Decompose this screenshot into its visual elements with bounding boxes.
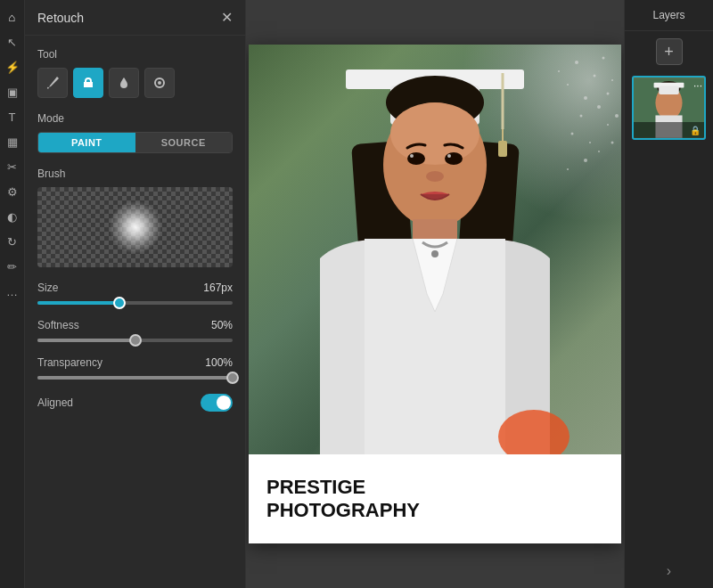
layers-header-title: Layers — [625, 0, 713, 31]
mode-toggle: PAINT SOURCE — [37, 132, 233, 153]
tool-row — [37, 68, 233, 98]
softness-slider-track[interactable] — [37, 339, 233, 342]
smear-tool-btn[interactable] — [144, 68, 175, 98]
aligned-label: Aligned — [37, 396, 73, 409]
scissors-icon[interactable]: ✂ — [3, 157, 22, 176]
photo-area — [249, 45, 621, 454]
layer-dots-menu[interactable]: ··· — [693, 79, 702, 92]
settings-icon[interactable]: ⚙ — [3, 182, 22, 201]
brush-section: Brush — [37, 167, 233, 267]
expand-panel-chevron[interactable]: › — [667, 563, 671, 579]
aligned-toggle[interactable] — [201, 394, 233, 412]
transparency-value: 100% — [205, 356, 233, 369]
softness-slider-fill — [37, 339, 135, 342]
caption-text: PRESTIGE PHOTOGRAPHY — [266, 476, 420, 523]
layers-panel: Layers + ··· 🔒 › — [624, 0, 713, 588]
tool-section: Tool — [37, 48, 233, 98]
svg-rect-44 — [659, 86, 679, 94]
svg-point-30 — [407, 152, 425, 165]
left-toolbar: ⌂ ↖ ⚡ ▣ T ▦ ✂ ⚙ ◐ ↻ ✏ … — [0, 0, 25, 588]
svg-point-37 — [431, 250, 438, 257]
caption-line2: PHOTOGRAPHY — [266, 499, 420, 522]
paint-mode-btn[interactable]: PAINT — [38, 133, 135, 152]
svg-rect-26 — [498, 141, 507, 157]
circle-half-icon[interactable]: ◐ — [3, 207, 22, 226]
svg-point-34 — [426, 171, 444, 182]
transparency-slider-thumb[interactable] — [226, 372, 239, 384]
source-mode-btn[interactable]: SOURCE — [135, 133, 233, 152]
rotate-icon[interactable]: ↻ — [3, 232, 22, 251]
mode-section: Mode PAINT SOURCE — [37, 112, 233, 153]
transparency-slider-row: Transparency 100% — [37, 356, 233, 380]
brush-tool-btn[interactable] — [37, 68, 68, 98]
size-slider-row: Size 167px — [37, 282, 233, 305]
caption-line1: PRESTIGE — [266, 476, 420, 499]
retouch-panel: Retouch ✕ Tool Mode — [25, 0, 246, 588]
transparency-slider-fill — [37, 376, 233, 380]
pen-icon[interactable]: ✏ — [3, 257, 22, 276]
size-slider-header: Size 167px — [37, 282, 233, 294]
canvas-wrapper: PRESTIGE PHOTOGRAPHY — [249, 45, 621, 543]
layer-thumbnail[interactable]: ··· 🔒 — [632, 76, 706, 140]
softness-label: Softness — [37, 319, 79, 331]
close-button[interactable]: ✕ — [221, 9, 233, 26]
panel-header: Retouch ✕ — [25, 0, 245, 36]
size-slider-track[interactable] — [37, 301, 233, 305]
grid-icon[interactable]: ▣ — [3, 82, 22, 102]
softness-slider-row: Softness 50% — [37, 319, 233, 342]
home-icon[interactable]: ⌂ — [3, 7, 22, 27]
svg-point-32 — [410, 154, 414, 158]
layer-options: ··· — [693, 79, 702, 92]
svg-point-29 — [390, 102, 479, 165]
aligned-row: Aligned — [37, 394, 233, 412]
softness-slider-thumb[interactable] — [129, 334, 142, 347]
stamp-tool-btn[interactable] — [73, 68, 103, 98]
more-icon[interactable]: … — [3, 282, 22, 301]
pattern-icon[interactable]: ▦ — [3, 132, 22, 151]
brush-label: Brush — [37, 167, 233, 180]
softness-value: 50% — [211, 319, 233, 331]
size-label: Size — [37, 282, 58, 294]
brush-preview — [37, 187, 233, 267]
svg-point-33 — [447, 154, 451, 158]
layer-thumb-bottom: 🔒 — [634, 122, 704, 138]
svg-point-31 — [445, 152, 463, 165]
panel-content: Tool Mode PAINT SOURCE — [25, 36, 245, 588]
toggle-knob — [217, 396, 231, 410]
size-value: 167px — [203, 282, 233, 294]
lightning-icon[interactable]: ⚡ — [3, 57, 22, 77]
transparency-slider-header: Transparency 100% — [37, 356, 233, 369]
svg-point-1 — [158, 81, 161, 85]
caption-bar: PRESTIGE PHOTOGRAPHY — [249, 454, 621, 543]
transparency-slider-track[interactable] — [37, 376, 233, 380]
size-slider-thumb[interactable] — [113, 297, 126, 309]
add-layer-button[interactable]: + — [656, 38, 683, 65]
select-icon[interactable]: ↖ — [3, 32, 22, 52]
panel-expand-area: › — [625, 554, 713, 588]
drop-tool-btn[interactable] — [109, 68, 139, 98]
transparency-label: Transparency — [37, 356, 102, 369]
tool-label: Tool — [37, 48, 233, 61]
text-icon[interactable]: T — [3, 107, 22, 127]
mode-label: Mode — [37, 112, 233, 125]
softness-slider-header: Softness 50% — [37, 319, 233, 331]
layer-lock-icon: 🔒 — [690, 126, 701, 135]
brush-glow — [109, 200, 162, 254]
panel-title: Retouch — [37, 11, 84, 25]
size-slider-fill — [37, 301, 119, 305]
main-canvas-area: PRESTIGE PHOTOGRAPHY — [246, 0, 624, 588]
